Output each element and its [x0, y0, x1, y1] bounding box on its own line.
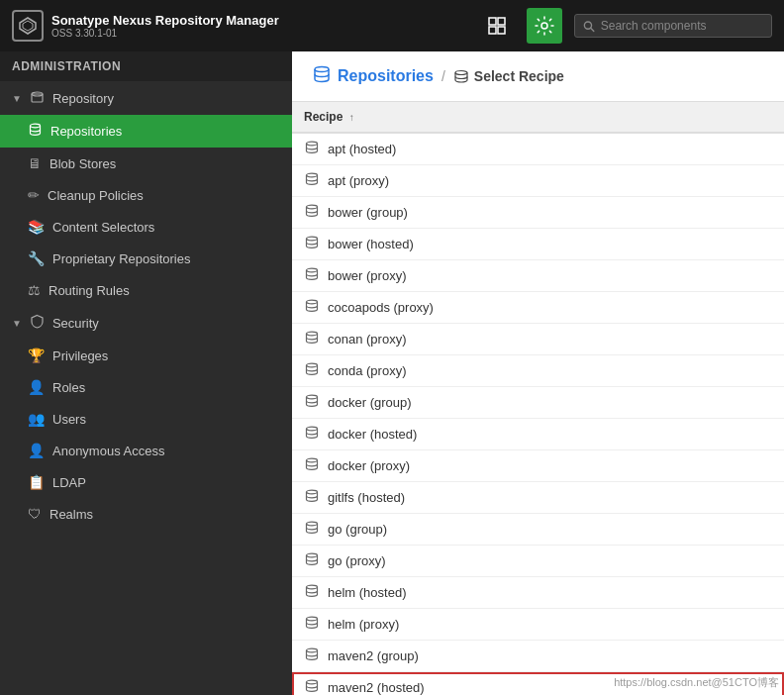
svg-rect-2 — [489, 18, 496, 25]
repo-db-icon — [304, 647, 320, 664]
app-title-block: Sonatype Nexus Repository Manager OSS 3.… — [51, 13, 279, 39]
repo-name-label: docker (hosted) — [328, 427, 417, 442]
svg-point-25 — [307, 490, 318, 494]
repositories-icon — [28, 123, 43, 140]
repo-db-icon — [304, 362, 320, 379]
app-version: OSS 3.30.1-01 — [51, 28, 279, 39]
main-layout: Administration ▼ Repository Reposito — [0, 51, 784, 695]
sidebar-item-realms[interactable]: 🛡 Realms — [0, 498, 292, 530]
table-row[interactable]: apt (proxy) — [292, 165, 784, 197]
sidebar-item-blob-stores[interactable]: 🖥 Blob Stores — [0, 148, 292, 179]
sidebar-item-privileges-label: Privileges — [52, 348, 108, 363]
svg-point-26 — [307, 522, 318, 526]
sidebar-item-users-label: Users — [52, 412, 86, 427]
table-row[interactable]: go (group) — [292, 514, 784, 546]
table-row[interactable]: cocoapods (proxy) — [292, 292, 784, 324]
svg-point-11 — [31, 124, 41, 128]
sidebar-item-content-selectors[interactable]: 📚 Content Selectors — [0, 211, 292, 243]
sidebar-item-roles[interactable]: 👤 Roles — [0, 371, 292, 403]
repo-db-icon — [304, 299, 320, 316]
sidebar-item-realms-label: Realms — [49, 507, 93, 522]
sidebar-item-proprietary-repositories[interactable]: 🔧 Proprietary Repositories — [0, 243, 292, 274]
svg-point-27 — [307, 553, 318, 557]
repo-db-icon — [304, 489, 320, 506]
sidebar-group-repository[interactable]: ▼ Repository — [0, 81, 292, 115]
repo-db-icon — [304, 204, 320, 221]
repo-name-label: conan (proxy) — [328, 332, 406, 347]
table-row[interactable]: helm (proxy) — [292, 609, 784, 641]
logo-icon — [12, 10, 44, 42]
sidebar-item-users[interactable]: 👥 Users — [0, 403, 292, 435]
table-row[interactable]: bower (hosted) — [292, 229, 784, 260]
breadcrumb-separator: / — [441, 68, 445, 84]
repo-name-label: bower (hosted) — [328, 237, 414, 251]
table-row[interactable]: bower (group) — [292, 197, 784, 229]
sidebar-item-routing-rules-label: Routing Rules — [49, 283, 130, 298]
sidebar-item-blob-stores-label: Blob Stores — [49, 156, 116, 171]
sidebar-admin-header: Administration — [0, 51, 292, 81]
svg-point-17 — [307, 237, 318, 241]
security-group-icon — [30, 314, 45, 332]
svg-marker-1 — [23, 21, 33, 31]
sidebar-item-cleanup-policies[interactable]: ✏ Cleanup Policies — [0, 179, 292, 211]
ldap-icon: 📋 — [28, 474, 45, 490]
sidebar-item-repositories-label: Repositories — [50, 124, 122, 139]
table-row[interactable]: maven2 (group) — [292, 641, 784, 672]
svg-point-30 — [307, 648, 318, 652]
proprietary-icon: 🔧 — [28, 250, 45, 266]
table-row[interactable]: conda (proxy) — [292, 355, 784, 387]
settings-icon-button[interactable] — [527, 8, 562, 44]
table-row[interactable]: conan (proxy) — [292, 324, 784, 355]
search-input[interactable] — [601, 19, 763, 33]
svg-point-29 — [307, 617, 318, 621]
repo-db-icon — [304, 394, 320, 411]
sidebar-group-security[interactable]: ▼ Security — [0, 306, 292, 340]
table-row[interactable]: maven2 (hosted) — [292, 672, 784, 695]
repo-name-label: apt (proxy) — [328, 173, 389, 188]
svg-point-15 — [307, 173, 318, 177]
recipe-column-header[interactable]: Recipe ↑ — [292, 102, 784, 133]
repo-db-icon — [304, 521, 320, 538]
cleanup-icon: ✏ — [28, 187, 40, 203]
table-row[interactable]: docker (proxy) — [292, 450, 784, 482]
svg-point-22 — [307, 395, 318, 399]
page-title: Repositories — [312, 65, 434, 87]
svg-line-8 — [591, 28, 594, 31]
sidebar-item-anonymous-access[interactable]: 👤 Anonymous Access — [0, 435, 292, 466]
packages-icon-button[interactable] — [479, 8, 515, 44]
table-row[interactable]: bower (proxy) — [292, 260, 784, 292]
sidebar-item-ldap[interactable]: 📋 LDAP — [0, 466, 292, 498]
repo-db-icon — [304, 552, 320, 569]
table-row[interactable]: docker (hosted) — [292, 419, 784, 450]
svg-point-31 — [307, 680, 318, 684]
sidebar-item-cleanup-policies-label: Cleanup Policies — [48, 188, 144, 203]
table-row[interactable]: apt (hosted) — [292, 134, 784, 165]
svg-rect-4 — [489, 27, 496, 34]
repository-list: apt (hosted) apt (proxy) bower (group) b… — [292, 134, 784, 695]
page-title-label: Repositories — [338, 67, 434, 85]
svg-point-24 — [307, 458, 318, 462]
roles-icon: 👤 — [28, 379, 45, 395]
sidebar-group-repository-icon — [30, 89, 45, 107]
repo-name-label: bower (proxy) — [328, 268, 406, 283]
sort-arrow-icon: ↑ — [349, 112, 354, 123]
content-header: Repositories / Select Recipe — [292, 51, 784, 102]
table-row[interactable]: helm (hosted) — [292, 577, 784, 609]
repo-db-icon — [304, 236, 320, 252]
table-row[interactable]: go (proxy) — [292, 546, 784, 577]
table-row[interactable]: gitlfs (hosted) — [292, 482, 784, 514]
repositories-header-icon — [312, 65, 332, 87]
repo-db-icon — [304, 679, 320, 695]
search-bar[interactable] — [574, 14, 772, 38]
sidebar-item-roles-label: Roles — [52, 380, 85, 395]
app-header: Sonatype Nexus Repository Manager OSS 3.… — [0, 0, 784, 51]
repo-db-icon — [304, 267, 320, 284]
sidebar-item-routing-rules[interactable]: ⚖ Routing Rules — [0, 274, 292, 306]
svg-point-12 — [315, 67, 329, 72]
repo-name-label: cocoapods (proxy) — [328, 300, 434, 315]
repo-db-icon — [304, 584, 320, 601]
sidebar-item-privileges[interactable]: 🏆 Privileges — [0, 340, 292, 371]
sidebar-item-repositories[interactable]: Repositories — [0, 115, 292, 148]
repo-name-label: apt (hosted) — [328, 142, 396, 156]
table-row[interactable]: docker (group) — [292, 387, 784, 419]
